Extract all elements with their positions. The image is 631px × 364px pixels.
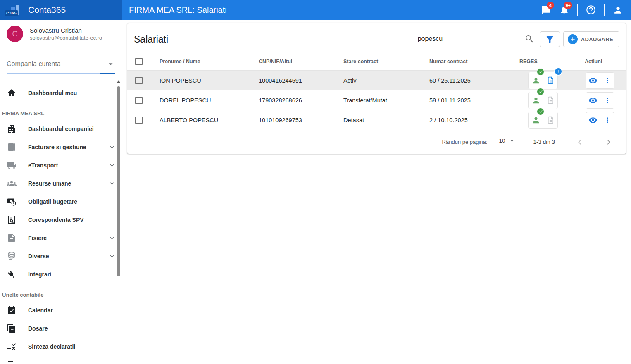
rows-per-page-select[interactable]: 10 (498, 137, 516, 147)
company-select[interactable]: Compania curenta (7, 59, 115, 74)
sidebar-scrollbar[interactable] (116, 80, 121, 363)
add-button[interactable]: ADAUGARE (563, 31, 619, 47)
scrollbar-thumb[interactable] (117, 86, 120, 276)
partial-icon (7, 360, 17, 364)
view-button[interactable] (586, 73, 600, 88)
row-actions-group (586, 112, 614, 128)
sidebar-item-dosare[interactable]: Dosare (0, 319, 122, 338)
file-icon (7, 233, 17, 243)
dropdown-arrow-icon (106, 59, 115, 69)
user-profile: C Solovastru Cristian solovastru@contabi… (0, 20, 122, 48)
cell-cnp: 1010109269753 (259, 117, 343, 124)
row-menu-button[interactable] (600, 93, 614, 108)
scrollbar-up-arrow[interactable] (117, 80, 121, 83)
database-icon (7, 251, 17, 261)
chat-button[interactable]: 4 (537, 1, 555, 19)
more-vert-icon (603, 96, 612, 105)
reges-contract-button[interactable] (543, 112, 557, 128)
dropdown-arrow-icon (508, 137, 516, 145)
search-input[interactable] (417, 33, 524, 44)
reges-synced-badge-icon (537, 68, 544, 76)
sidebar-item-sinteza-declaratii[interactable]: Sinteza declaratii (0, 338, 122, 356)
row-menu-button[interactable] (600, 112, 614, 128)
notifications-button[interactable]: 9+ (555, 1, 573, 19)
chevron-down-icon (108, 143, 116, 151)
divider (604, 4, 605, 16)
reges-alert-badge-icon (554, 67, 562, 76)
chevron-right-icon (604, 137, 614, 147)
truck-icon (7, 160, 17, 170)
sidebar-item-dashboardul-meu[interactable]: Dashboardul meu (0, 84, 122, 102)
reges-status-group (528, 92, 558, 109)
page-header-title: FIRMA MEA SRL: Salariati (129, 5, 227, 15)
cell-numar: 60 / 25.11.2025 (429, 77, 512, 84)
reges-contract-button[interactable] (543, 92, 557, 109)
sidebar-item-calendar[interactable]: Calendar (0, 301, 122, 319)
person-icon (531, 76, 541, 85)
content-area: Salariati ADAUGARE (122, 20, 631, 364)
rows-per-page-value: 10 (499, 138, 505, 144)
pagination-range: 1-3 din 3 (533, 139, 555, 145)
table-row[interactable]: ION POPESCU 1000416244591 Activ 60 / 25.… (127, 71, 626, 90)
table-pagination: Rânduri pe pagină: 10 1-3 din 3 (127, 130, 626, 154)
add-button-label: ADAUGARE (581, 36, 613, 43)
person-icon (531, 116, 541, 125)
company-select-underline (7, 73, 115, 74)
row-checkbox[interactable] (135, 117, 143, 124)
cell-numar: 2 / 10.10.2025 (429, 117, 512, 124)
conta365-logo-icon: C365 (5, 3, 22, 17)
chevron-down-icon (108, 234, 116, 242)
cell-stare: Detasat (343, 117, 429, 124)
app-name: Conta365 (28, 5, 66, 15)
sidebar-item-fisiere[interactable]: Fisiere (0, 229, 122, 247)
row-menu-button[interactable] (600, 73, 614, 88)
sidebar-item-resurse-umane[interactable]: Resurse umane (0, 174, 122, 193)
filter-button[interactable] (540, 31, 560, 47)
cell-nume: ION POPESCU (160, 77, 259, 84)
chat-badge: 4 (547, 2, 554, 9)
table-row[interactable]: DOREL POPESCU 1790328268626 Transferat/M… (127, 90, 626, 110)
more-vert-icon (603, 116, 612, 124)
row-checkbox[interactable] (135, 97, 143, 104)
sidebar-item-etransport[interactable]: eTransport (0, 156, 122, 174)
sidebar-item-facturare[interactable]: Facturare si gestiune (0, 138, 122, 156)
table-row[interactable]: ALBERTO POPESCU 1010109269753 Detasat 2 … (127, 110, 626, 130)
cell-cnp: 1790328268626 (259, 97, 343, 104)
row-checkbox[interactable] (135, 77, 143, 84)
table-header: Prenume / Nume CNP/NIF/Altul Stare contr… (127, 53, 626, 71)
sidebar-item-corespondenta-spv[interactable]: Corespondenta SPV (0, 211, 122, 229)
cell-numar: 58 / 01.11.2025 (429, 97, 512, 104)
contract-document-icon (546, 76, 555, 85)
search-icon[interactable] (524, 34, 534, 44)
user-name: Solovastru Cristian (30, 27, 102, 34)
next-page-button[interactable] (603, 136, 614, 148)
col-header-actiuni: Actiuni (574, 59, 626, 64)
help-button[interactable] (582, 1, 600, 19)
salariati-card: Salariati ADAUGARE (127, 23, 626, 154)
view-button[interactable] (586, 112, 600, 128)
sidebar-item-integrari[interactable]: Integrari (0, 265, 122, 283)
help-icon (586, 5, 596, 15)
view-button[interactable] (586, 93, 600, 108)
sidebar-item-obligatii-bugetare[interactable]: Obligatii bugetare (0, 193, 122, 211)
sidebar-item-partial[interactable] (0, 356, 122, 364)
copies-icon (7, 324, 17, 333)
cell-stare: Transferat/Mutat (343, 97, 429, 104)
contract-document-icon (546, 116, 555, 124)
cell-cnp: 1000416244591 (259, 77, 343, 84)
chevron-down-icon (108, 161, 116, 169)
document-search-icon (7, 215, 17, 225)
sidebar-item-dashboardul-companiei[interactable]: Dashboardul companiei (0, 120, 122, 138)
account-button[interactable] (609, 1, 627, 19)
eye-icon (588, 76, 598, 85)
previous-page-button[interactable] (574, 136, 586, 148)
eye-icon (588, 96, 598, 105)
chevron-down-icon (108, 252, 116, 260)
col-header-stare: Stare contract (343, 59, 429, 64)
home-icon (7, 88, 17, 98)
topbar: FIRMA MEA SRL: Salariati 4 9+ (122, 0, 631, 20)
contract-document-icon (546, 96, 555, 105)
sidebar-item-diverse[interactable]: Diverse (0, 247, 122, 265)
avatar: C (7, 26, 23, 42)
select-all-checkbox[interactable] (135, 58, 143, 65)
